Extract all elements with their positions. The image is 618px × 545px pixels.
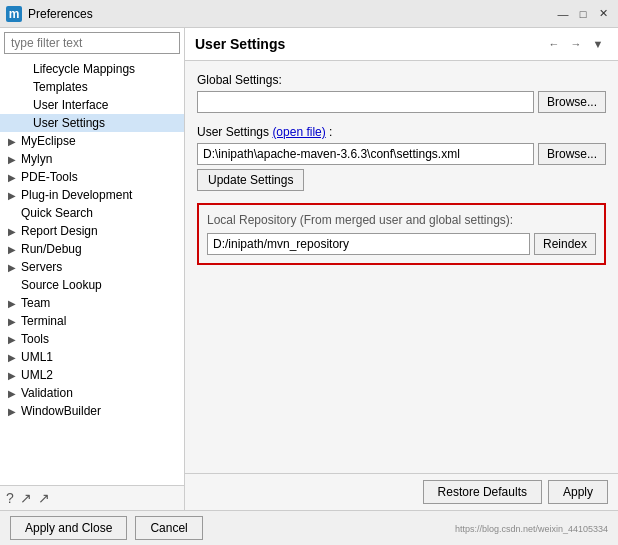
sidebar-item-run-debug[interactable]: ▶Run/Debug [0, 240, 184, 258]
sidebar-item-quick-search[interactable]: Quick Search [0, 204, 184, 222]
global-settings-input[interactable] [197, 91, 534, 113]
maximize-button[interactable]: □ [574, 5, 592, 23]
panel-title: User Settings [195, 36, 285, 52]
tree-arrow: ▶ [8, 136, 18, 147]
sidebar-item-source-lookup[interactable]: Source Lookup [0, 276, 184, 294]
open-file-link[interactable]: (open file) [272, 125, 325, 139]
import-icon[interactable]: ↗ [20, 490, 32, 506]
close-button[interactable]: ✕ [594, 5, 612, 23]
user-browse-button[interactable]: Browse... [538, 143, 606, 165]
tree-arrow: ▶ [8, 190, 18, 201]
tree-arrow: ▶ [8, 352, 18, 363]
user-settings-group: User Settings (open file) : Browse... Up… [197, 125, 606, 191]
nav-back-button[interactable]: ← [544, 34, 564, 54]
tree-arrow: ▶ [8, 406, 18, 417]
tree-arrow: ▶ [8, 226, 18, 237]
nav-forward-button[interactable]: → [566, 34, 586, 54]
cancel-button[interactable]: Cancel [135, 516, 202, 540]
sidebar-item-team[interactable]: ▶Team [0, 294, 184, 312]
update-settings-button[interactable]: Update Settings [197, 169, 304, 191]
help-icon[interactable]: ? [6, 490, 14, 506]
main-content: Lifecycle MappingsTemplatesUser Interfac… [0, 28, 618, 510]
restore-defaults-button[interactable]: Restore Defaults [423, 480, 542, 504]
window-controls: — □ ✕ [554, 5, 612, 23]
sidebar-item-user-interface[interactable]: User Interface [0, 96, 184, 114]
app-icon: m [6, 6, 22, 22]
user-settings-input-row: Browse... [197, 143, 606, 165]
global-settings-group: Global Settings: Browse... [197, 73, 606, 113]
tree-arrow: ▶ [8, 388, 18, 399]
global-settings-input-row: Browse... [197, 91, 606, 113]
sidebar-item-uml1[interactable]: ▶UML1 [0, 348, 184, 366]
tree-arrow: ▶ [8, 262, 18, 273]
sidebar-item-tools[interactable]: ▶Tools [0, 330, 184, 348]
tree-arrow: ▶ [8, 334, 18, 345]
watermark: https://blog.csdn.net/weixin_44105334 [455, 521, 608, 535]
sidebar-item-windowbuilder[interactable]: ▶WindowBuilder [0, 402, 184, 420]
sidebar-item-myeclipse[interactable]: ▶MyEclipse [0, 132, 184, 150]
sidebar-item-servers[interactable]: ▶Servers [0, 258, 184, 276]
global-settings-label: Global Settings: [197, 73, 606, 87]
right-header: User Settings ← → ▼ [185, 28, 618, 61]
user-settings-input[interactable] [197, 143, 534, 165]
sidebar-item-lifecycle-mappings[interactable]: Lifecycle Mappings [0, 60, 184, 78]
global-browse-button[interactable]: Browse... [538, 91, 606, 113]
footer-bar: Apply and Close Cancel https://blog.csdn… [0, 510, 618, 545]
settings-action-buttons: Restore Defaults Apply [185, 473, 618, 510]
tree-arrow: ▶ [8, 154, 18, 165]
footer-left: Apply and Close Cancel [10, 516, 203, 540]
sidebar-item-plug-in-dev[interactable]: ▶Plug-in Development [0, 186, 184, 204]
local-repo-label: Local Repository (From merged user and g… [207, 213, 596, 227]
sidebar-tree: Lifecycle MappingsTemplatesUser Interfac… [0, 58, 184, 485]
local-repo-input-row: Reindex [207, 233, 596, 255]
tree-arrow: ▶ [8, 244, 18, 255]
sidebar: Lifecycle MappingsTemplatesUser Interfac… [0, 28, 185, 510]
sidebar-bottom: ? ↗ ↗ [0, 485, 184, 510]
local-repo-input[interactable] [207, 233, 530, 255]
sidebar-item-pde-tools[interactable]: ▶PDE-Tools [0, 168, 184, 186]
sidebar-item-terminal[interactable]: ▶Terminal [0, 312, 184, 330]
tree-arrow: ▶ [8, 316, 18, 327]
right-panel: User Settings ← → ▼ Global Settings: Bro… [185, 28, 618, 510]
sidebar-item-report-design[interactable]: ▶Report Design [0, 222, 184, 240]
tree-arrow: ▶ [8, 172, 18, 183]
reindex-button[interactable]: Reindex [534, 233, 596, 255]
tree-arrow: ▶ [8, 370, 18, 381]
local-repo-section: Local Repository (From merged user and g… [197, 203, 606, 265]
settings-content: Global Settings: Browse... User Settings… [185, 61, 618, 473]
window-title: Preferences [28, 7, 554, 21]
apply-close-button[interactable]: Apply and Close [10, 516, 127, 540]
filter-input[interactable] [4, 32, 180, 54]
sidebar-item-uml2[interactable]: ▶UML2 [0, 366, 184, 384]
export-icon[interactable]: ↗ [38, 490, 50, 506]
sidebar-item-templates[interactable]: Templates [0, 78, 184, 96]
user-settings-label: User Settings (open file) : [197, 125, 606, 139]
title-bar: m Preferences — □ ✕ [0, 0, 618, 28]
header-nav: ← → ▼ [544, 34, 608, 54]
apply-button[interactable]: Apply [548, 480, 608, 504]
sidebar-item-validation[interactable]: ▶Validation [0, 384, 184, 402]
sidebar-item-mylyn[interactable]: ▶Mylyn [0, 150, 184, 168]
minimize-button[interactable]: — [554, 5, 572, 23]
sidebar-item-user-settings[interactable]: User Settings [0, 114, 184, 132]
tree-arrow: ▶ [8, 298, 18, 309]
nav-dropdown-button[interactable]: ▼ [588, 34, 608, 54]
